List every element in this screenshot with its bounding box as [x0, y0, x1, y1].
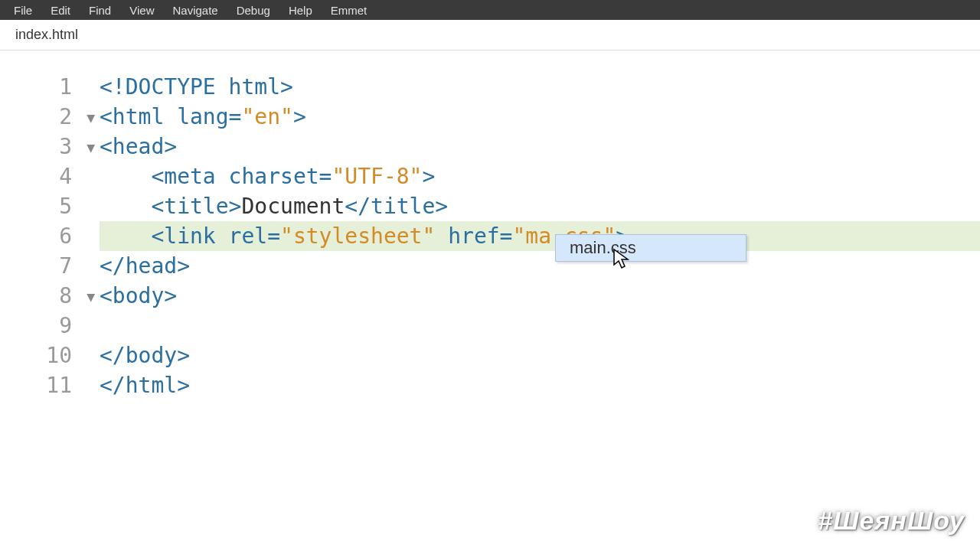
- menu-help[interactable]: Help: [279, 2, 322, 19]
- menubar: File Edit Find View Navigate Debug Help …: [0, 0, 980, 20]
- code-token: "UTF-8": [332, 161, 422, 191]
- code-token: <body>: [100, 281, 177, 311]
- line-number: 6: [0, 221, 100, 251]
- code-line[interactable]: <body>: [100, 281, 980, 311]
- tab-active-file[interactable]: index.html: [8, 22, 86, 47]
- tabbar: index.html: [0, 20, 980, 51]
- line-number: 8▼: [0, 281, 100, 311]
- code-area[interactable]: <!DOCTYPE html><html lang="en"><head> <m…: [100, 51, 980, 551]
- editor[interactable]: 12▼3▼45678▼91011 <!DOCTYPE html><html la…: [0, 51, 980, 551]
- line-number: 5: [0, 191, 100, 221]
- code-token: >: [422, 161, 435, 191]
- code-token: </head>: [100, 251, 190, 281]
- line-number: 3▼: [0, 132, 100, 161]
- menu-emmet[interactable]: Emmet: [322, 2, 377, 19]
- menu-debug[interactable]: Debug: [227, 2, 279, 19]
- code-line[interactable]: <!DOCTYPE html>: [100, 72, 980, 102]
- line-number: 11: [0, 370, 100, 400]
- menu-edit[interactable]: Edit: [41, 2, 80, 19]
- gutter: 12▼3▼45678▼91011: [0, 51, 100, 551]
- code-token: href=: [448, 221, 512, 251]
- line-number: 4: [0, 161, 100, 191]
- code-token: rel=: [229, 221, 280, 251]
- code-line[interactable]: </head>: [100, 251, 980, 281]
- code-line[interactable]: <title>Document</title>: [100, 191, 980, 221]
- code-token: </title>: [345, 191, 448, 221]
- code-token: </html>: [100, 370, 190, 400]
- code-token: charset=: [229, 161, 332, 191]
- code-line[interactable]: <head>: [100, 132, 980, 161]
- code-line[interactable]: </html>: [100, 370, 980, 400]
- menu-navigate[interactable]: Navigate: [163, 2, 227, 19]
- code-token: "en": [241, 102, 292, 132]
- watermark: #ШеянШоу: [818, 506, 965, 536]
- code-token: <html: [100, 102, 177, 132]
- line-number: 1: [0, 72, 100, 102]
- code-token: <link: [151, 221, 228, 251]
- code-token: [435, 221, 448, 251]
- fold-toggle-icon[interactable]: ▼: [87, 139, 95, 155]
- fold-toggle-icon[interactable]: ▼: [87, 288, 95, 304]
- code-line[interactable]: </body>: [100, 341, 980, 370]
- code-line[interactable]: <meta charset="UTF-8">: [100, 161, 980, 191]
- code-line[interactable]: <html lang="en">: [100, 102, 980, 132]
- code-token: <!DOCTYPE html>: [100, 72, 293, 102]
- fold-toggle-icon[interactable]: ▼: [87, 109, 95, 125]
- menu-file[interactable]: File: [5, 2, 41, 19]
- line-number: 10: [0, 341, 100, 370]
- code-line[interactable]: <link rel="stylesheet" href="ma.css">: [100, 221, 980, 251]
- code-token: <head>: [100, 132, 177, 161]
- code-token: <title>: [151, 191, 241, 221]
- autocomplete-item[interactable]: main.css: [556, 235, 746, 261]
- menu-find[interactable]: Find: [80, 2, 120, 19]
- code-token: <meta: [151, 161, 228, 191]
- code-token: </body>: [100, 341, 190, 370]
- code-line[interactable]: [100, 311, 980, 341]
- code-token: Document: [241, 191, 345, 221]
- line-number: 9: [0, 311, 100, 341]
- code-token: lang=: [177, 102, 241, 132]
- code-token: "stylesheet": [280, 221, 435, 251]
- autocomplete-popup[interactable]: main.css: [555, 234, 746, 262]
- menu-view[interactable]: View: [120, 2, 163, 19]
- line-number: 2▼: [0, 102, 100, 132]
- line-number: 7: [0, 251, 100, 281]
- code-token: >: [293, 102, 306, 132]
